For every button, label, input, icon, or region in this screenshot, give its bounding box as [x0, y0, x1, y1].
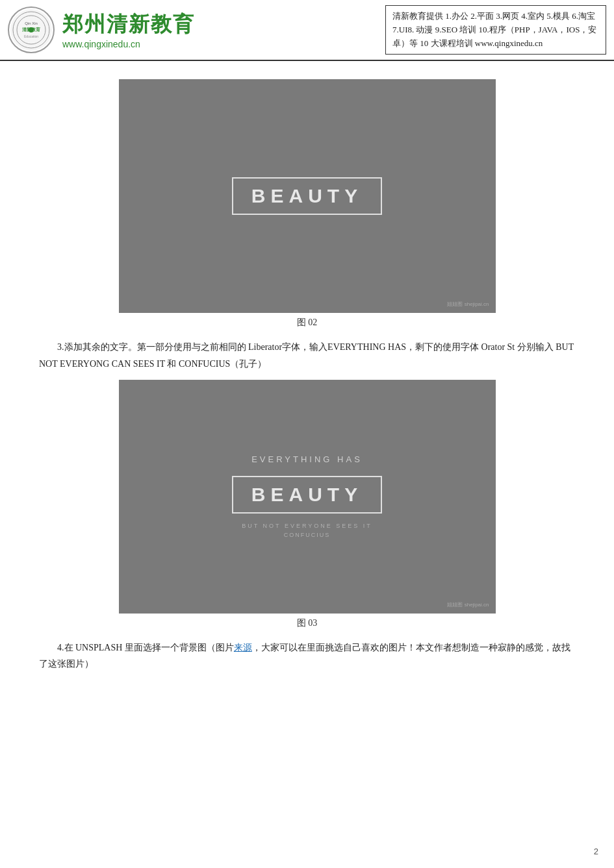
brand-name: 郑州清新教育 www.qingxinedu.cn — [62, 10, 195, 49]
design-canvas-02: BEAUTY 姐姐图 shejipai.cn — [119, 79, 496, 313]
figure-02-block: BEAUTY 姐姐图 shejipai.cn 图 02 — [39, 79, 575, 331]
confucius-line: CONFUCIUS — [284, 532, 331, 538]
paragraph-2: 4.在 UNSPLASH 里面选择一个背景图（图片来源，大家可以在里面挑选自己喜… — [39, 639, 575, 672]
watermark-03: 姐姐图 shejipai.cn — [447, 601, 489, 608]
header-info: 清新教育提供 1.办公 2.平面 3.网页 4.室内 5.模具 6.淘宝 7.U… — [385, 5, 606, 55]
beauty-label-03: BEAUTY — [251, 484, 363, 505]
paragraph-2-link[interactable]: 来源 — [234, 643, 252, 652]
caption-03: 图 03 — [297, 617, 318, 629]
figure-03-block: EVERYTHING HAS BEAUTY BUT NOT EVERYONE S… — [39, 380, 575, 632]
paragraph-1: 3.添加其余的文字。第一部分使用与之前相同的 Liberator字体，输入EVE… — [39, 339, 575, 371]
paragraph-1-text: 3.添加其余的文字。第一部分使用与之前相同的 Liberator字体，输入EVE… — [39, 342, 574, 368]
paragraph-2-text1: 4.在 UNSPLASH 里面选择一个背景图（图片 — [57, 643, 234, 652]
svg-text:Education: Education — [24, 34, 38, 38]
page-number: 2 — [594, 847, 598, 856]
header: Qin Xin 清新教育 Education 郑州清新教育 www.qingxi… — [0, 0, 614, 61]
logo-inner: Qin Xin 清新教育 Education — [10, 9, 52, 51]
brand-main-text: 郑州清新教育 — [62, 10, 195, 39]
but-not-line: BUT NOT EVERYONE SEES IT — [242, 523, 372, 529]
caption-02: 图 02 — [297, 317, 318, 329]
svg-point-5 — [29, 27, 34, 32]
logo-svg: Qin Xin 清新教育 Education — [12, 10, 51, 49]
header-info-text: 清新教育提供 1.办公 2.平面 3.网页 4.室内 5.模具 6.淘宝 7.U… — [392, 11, 596, 48]
svg-text:Qin Xin: Qin Xin — [25, 21, 38, 25]
page-content: BEAUTY 姐姐图 shejipai.cn 图 02 3.添加其余的文字。第一… — [0, 61, 614, 688]
beauty-label-02: BEAUTY — [251, 185, 363, 206]
brand-sub-text: www.qingxinedu.cn — [62, 39, 195, 49]
watermark-02: 姐姐图 shejipai.cn — [447, 301, 489, 308]
design-canvas-03: EVERYTHING HAS BEAUTY BUT NOT EVERYONE S… — [119, 380, 496, 614]
everything-has-text: EVERYTHING HAS — [251, 454, 363, 464]
beauty-box-03: BEAUTY — [232, 476, 382, 514]
beauty-box-02: BEAUTY — [232, 177, 382, 215]
logo-circle: Qin Xin 清新教育 Education — [8, 6, 55, 53]
